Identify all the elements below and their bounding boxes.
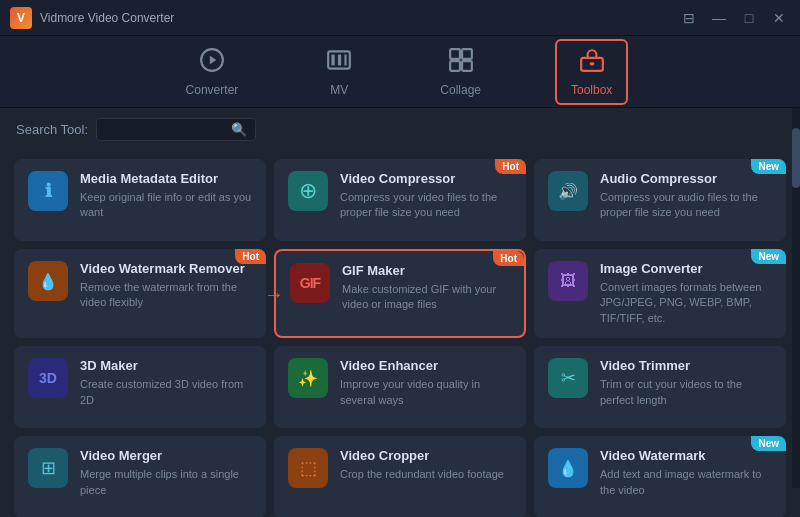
search-input[interactable] [105,123,225,137]
mv-icon [326,47,352,79]
video-watermark-icon: 💧 [548,448,588,488]
tab-toolbox[interactable]: Toolbox [555,39,628,105]
tool-info: 3D Maker Create customized 3D video from… [80,358,252,408]
tool-info: Audio Compressor Compress your audio fil… [600,171,772,221]
collage-icon [448,47,474,79]
tool-audio-compressor[interactable]: New 🔊 Audio Compressor Compress your aud… [534,159,786,241]
converter-label: Converter [186,83,239,97]
tool-info: Video Watermark Add text and image water… [600,448,772,498]
video-cropper-icon: ⬚ [288,448,328,488]
tab-collage[interactable]: Collage [426,41,495,103]
tool-video-watermark-remover[interactable]: Hot 💧 Video Watermark Remover Remove the… [14,249,266,338]
svg-marker-1 [210,55,217,64]
image-converter-icon: 🖼 [548,261,588,301]
close-button[interactable]: ✕ [768,7,790,29]
scrollbar-track[interactable] [792,108,800,488]
svg-rect-11 [590,62,594,65]
tool-info: Video Cropper Crop the redundant video f… [340,448,512,482]
svg-rect-7 [462,49,472,59]
tool-name: Video Cropper [340,448,512,463]
tool-name: Video Watermark Remover [80,261,252,276]
tool-name: Video Watermark [600,448,772,463]
video-merger-icon: ⊞ [28,448,68,488]
tool-name: Media Metadata Editor [80,171,252,186]
tab-converter[interactable]: Converter [172,41,253,103]
tool-video-compressor[interactable]: Hot ⊕ Video Compressor Compress your vid… [274,159,526,241]
hot-badge: Hot [493,251,524,266]
tool-name: Video Compressor [340,171,512,186]
search-input-wrap[interactable]: 🔍 [96,118,256,141]
tool-video-merger[interactable]: ⊞ Video Merger Merge multiple clips into… [14,436,266,517]
nav-tabs: Converter MV Collage [0,36,800,108]
new-badge: New [751,249,786,264]
restore-button[interactable]: — [708,7,730,29]
svg-rect-6 [450,49,460,59]
tool-desc: Make customized GIF with your video or i… [342,282,510,313]
tool-desc: Improve your video quality in several wa… [340,377,512,408]
tool-info: Video Enhancer Improve your video qualit… [340,358,512,408]
tools-grid: ℹ Media Metadata Editor Keep original fi… [0,151,800,517]
toolbox-label: Toolbox [571,83,612,97]
tool-3d-maker[interactable]: 3D 3D Maker Create customized 3D video f… [14,346,266,428]
tool-video-enhancer[interactable]: ✨ Video Enhancer Improve your video qual… [274,346,526,428]
tool-desc: Keep original file info or edit as you w… [80,190,252,221]
tool-name: GIF Maker [342,263,510,278]
tool-desc: Merge multiple clips into a single piece [80,467,252,498]
tool-info: Video Compressor Compress your video fil… [340,171,512,221]
arrow-icon: → [264,282,284,305]
mv-label: MV [330,83,348,97]
tool-name: Video Enhancer [340,358,512,373]
tool-info: Video Merger Merge multiple clips into a… [80,448,252,498]
search-bar: Search Tool: 🔍 [0,108,800,151]
tool-desc: Convert images formats between JPG/JPEG,… [600,280,772,326]
new-badge: New [751,159,786,174]
tool-video-cropper[interactable]: ⬚ Video Cropper Crop the redundant video… [274,436,526,517]
tool-info: GIF Maker Make customized GIF with your … [342,263,510,313]
tool-media-metadata-editor[interactable]: ℹ Media Metadata Editor Keep original fi… [14,159,266,241]
tool-name: Image Converter [600,261,772,276]
maximize-button[interactable]: □ [738,7,760,29]
tool-name: Video Merger [80,448,252,463]
title-bar-left: V Vidmore Video Converter [10,7,174,29]
svg-rect-4 [338,54,341,65]
toolbox-icon [579,47,605,79]
search-icon: 🔍 [231,122,247,137]
svg-rect-8 [450,61,460,71]
tool-desc: Add text and image watermark to the vide… [600,467,772,498]
video-trimmer-icon: ✂ [548,358,588,398]
tool-desc: Remove the watermark from the video flex… [80,280,252,311]
tool-video-trimmer[interactable]: ✂ Video Trimmer Trim or cut your videos … [534,346,786,428]
title-bar: V Vidmore Video Converter ⊟ — □ ✕ [0,0,800,36]
video-enhancer-icon: ✨ [288,358,328,398]
new-badge: New [751,436,786,451]
hot-badge: Hot [235,249,266,264]
scrollbar-thumb[interactable] [792,128,800,188]
tool-info: Video Trimmer Trim or cut your videos to… [600,358,772,408]
hot-badge: Hot [495,159,526,174]
video-compressor-icon: ⊕ [288,171,328,211]
tab-mv[interactable]: MV [312,41,366,103]
search-label: Search Tool: [16,122,88,137]
tool-desc: Crop the redundant video footage [340,467,512,482]
app-title: Vidmore Video Converter [40,11,174,25]
tool-name: 3D Maker [80,358,252,373]
tool-desc: Compress your audio files to the proper … [600,190,772,221]
watermark-remover-icon: 💧 [28,261,68,301]
tool-info: Media Metadata Editor Keep original file… [80,171,252,221]
tool-desc: Create customized 3D video from 2D [80,377,252,408]
collage-label: Collage [440,83,481,97]
3d-maker-icon: 3D [28,358,68,398]
tool-gif-maker[interactable]: Hot GIF GIF Maker Make customized GIF wi… [274,249,526,338]
app-logo: V [10,7,32,29]
tool-info: Image Converter Convert images formats b… [600,261,772,326]
svg-rect-3 [332,54,335,65]
tool-desc: Compress your video files to the proper … [340,190,512,221]
title-bar-controls: ⊟ — □ ✕ [678,7,790,29]
tool-image-converter[interactable]: New 🖼 Image Converter Convert images for… [534,249,786,338]
minimize-button[interactable]: ⊟ [678,7,700,29]
tool-desc: Trim or cut your videos to the perfect l… [600,377,772,408]
converter-icon [199,47,225,79]
tool-video-watermark[interactable]: New 💧 Video Watermark Add text and image… [534,436,786,517]
svg-rect-9 [462,61,472,71]
tool-name: Video Trimmer [600,358,772,373]
